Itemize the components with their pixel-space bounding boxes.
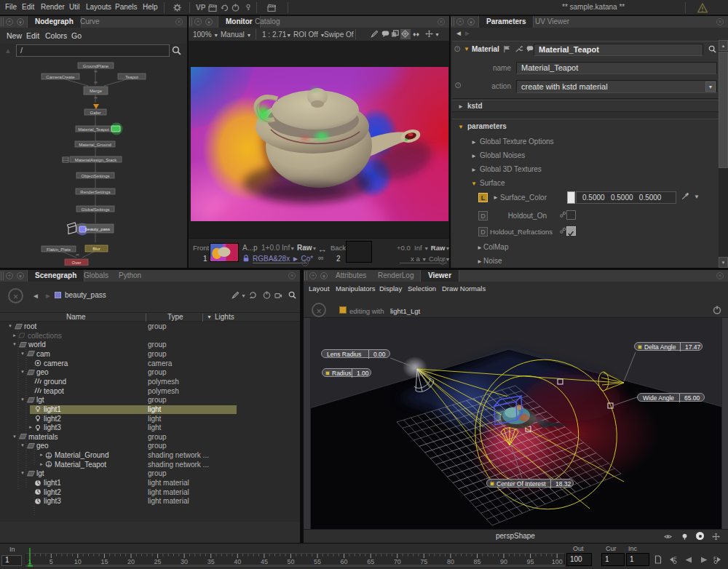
svg-text:15: 15 — [100, 558, 108, 565]
svg-text:50: 50 — [287, 558, 294, 565]
svg-text:55: 55 — [314, 558, 321, 565]
svg-text:Merge: Merge — [90, 89, 103, 93]
svg-text:10: 10 — [74, 558, 82, 565]
svg-text:20: 20 — [127, 558, 135, 565]
svg-text:35: 35 — [207, 558, 215, 565]
svg-text:70: 70 — [394, 558, 401, 565]
svg-text:Material_Teapot: Material_Teapot — [78, 127, 109, 132]
svg-text:75: 75 — [420, 558, 427, 565]
svg-text:45: 45 — [261, 558, 268, 565]
svg-text:5: 5 — [50, 558, 53, 565]
svg-text:Material_Ground: Material_Ground — [79, 143, 111, 147]
svg-text:80: 80 — [447, 558, 454, 565]
svg-text:MaterialAssign_Stack: MaterialAssign_Stack — [75, 158, 118, 162]
svg-text:60: 60 — [341, 558, 348, 565]
svg-text:GlobalSettings: GlobalSettings — [81, 207, 109, 212]
svg-text:Flakin_Plate: Flakin_Plate — [47, 247, 71, 252]
svg-text:25: 25 — [154, 558, 162, 565]
svg-text:Blur: Blur — [92, 247, 100, 251]
svg-text:beauty_pass: beauty_pass — [85, 227, 110, 231]
svg-text:Over: Over — [71, 260, 81, 265]
svg-text:RenderSettings: RenderSettings — [80, 190, 110, 194]
svg-text:100: 100 — [552, 558, 563, 565]
svg-text:95: 95 — [527, 558, 534, 565]
svg-text:GroundPlane: GroundPlane — [83, 64, 109, 68]
svg-text:ObjectSettings: ObjectSettings — [81, 174, 109, 178]
svg-text:85: 85 — [473, 558, 480, 565]
svg-text:Teapot: Teapot — [125, 75, 138, 79]
svg-text:30: 30 — [181, 558, 188, 565]
svg-text:CameraCreate: CameraCreate — [46, 75, 75, 79]
svg-text:1: 1 — [28, 558, 31, 565]
svg-text:Gafer: Gafer — [90, 111, 100, 115]
svg-text:90: 90 — [500, 558, 507, 565]
svg-text:40: 40 — [234, 558, 241, 565]
svg-text:65: 65 — [367, 558, 374, 565]
